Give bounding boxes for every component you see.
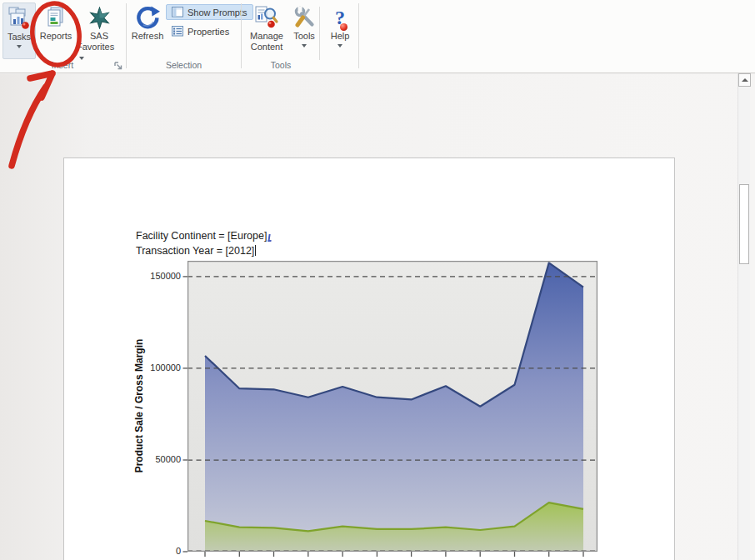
properties-button[interactable]: Properties (166, 23, 235, 39)
manage-content-label-2: Content (251, 42, 283, 52)
group-label-selection: Selection (128, 60, 240, 70)
reports-document-icon (45, 4, 67, 31)
tools-dropdown-caret (302, 44, 307, 48)
y-tick-label: 100000 (131, 362, 181, 372)
y-tick-label: 50000 (131, 454, 181, 464)
document-area: Facility Continent = [Europe] Transactio… (0, 74, 755, 560)
manage-content-icon (254, 4, 279, 31)
properties-icon (172, 26, 183, 37)
tasks-dropdown-caret (17, 45, 22, 48)
manage-content-button[interactable]: Manage Content (245, 2, 288, 66)
sas-favorites-button[interactable]: SAS Favorites (77, 2, 122, 66)
tasks-label: Tasks (8, 32, 31, 42)
tasks-chart-icon (8, 5, 30, 32)
reports-label: Reports (40, 31, 72, 42)
ribbon-separator (241, 3, 242, 68)
group-label-tools: Tools (242, 60, 319, 70)
help-question-icon: ? (335, 4, 345, 31)
y-axis-title: Product Sale / Gross Margin (133, 339, 145, 473)
ribbon-separator (358, 3, 359, 68)
scroll-up-button[interactable] (738, 73, 751, 87)
help-dropdown-caret (338, 44, 342, 48)
refresh-label: Refresh (132, 31, 164, 42)
filter-line-year: Transaction Year = [2012] (136, 244, 272, 259)
sas-favorites-star-icon (88, 4, 111, 31)
text-cursor (255, 245, 256, 256)
chart-object[interactable]: Facility Continent = [Europe] Transactio… (64, 158, 674, 560)
vertical-scrollbar-track[interactable] (738, 73, 750, 560)
ribbon-separator (126, 3, 127, 68)
ribbon: Tasks Reports SAS Favorites Insert (0, 0, 755, 73)
document-page: Facility Continent = [Europe] Transactio… (63, 158, 675, 560)
show-prompts-label: Show Prompts (188, 8, 248, 18)
manage-content-label-1: Manage (250, 31, 283, 42)
tools-label: Tools (293, 31, 315, 42)
y-tick-label: 150000 (131, 271, 181, 281)
reports-button[interactable]: Reports (38, 2, 74, 59)
sas-favorites-label-1: SAS (90, 31, 108, 42)
tools-button[interactable]: Tools (290, 2, 318, 66)
plot-area (188, 261, 598, 552)
scroll-up-arrow-icon (742, 78, 748, 82)
y-tick-label: 0 (131, 546, 181, 556)
scrollbar-thumb[interactable] (739, 184, 749, 264)
properties-label: Properties (188, 27, 229, 37)
chart-filter-header[interactable]: Facility Continent = [Europe] Transactio… (136, 229, 272, 258)
group-label-insert: Insert (0, 60, 125, 70)
filter-line-continent: Facility Continent = [Europe] (136, 229, 272, 244)
show-prompts-toggle[interactable]: Show Prompts (166, 4, 253, 20)
help-button[interactable]: ? Help (323, 2, 357, 66)
cursor-mark (268, 234, 272, 242)
tasks-button[interactable]: Tasks (2, 2, 36, 59)
tools-wrench-icon (292, 4, 317, 31)
help-label: Help (331, 31, 350, 42)
show-prompts-icon (172, 7, 183, 18)
refresh-button[interactable]: Refresh (130, 2, 165, 59)
ribbon-separator (319, 7, 320, 60)
refresh-icon (135, 4, 160, 31)
insert-dialog-launcher[interactable] (113, 59, 123, 69)
